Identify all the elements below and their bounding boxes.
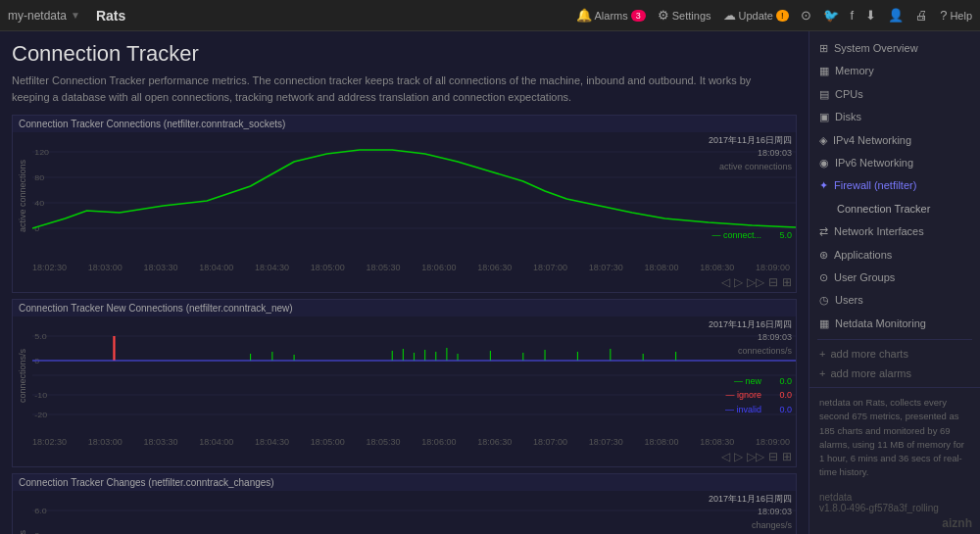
chart1-svg: 120 80 40 0 [32, 132, 796, 260]
chart3-canvas[interactable]: 6.0 2 0 -2 -4 [32, 491, 796, 534]
download-icon: ⬇ [865, 8, 876, 23]
sidebar-version: netdata v1.8.0-496-gf578a3f_rolling [809, 488, 980, 517]
cpu-icon: ▤ [819, 87, 829, 102]
chart1-zoom-in[interactable]: ⊞ [782, 275, 792, 289]
user-button[interactable]: 👤 [888, 8, 904, 23]
legend-invalid: — invalid 0.0 [725, 403, 792, 416]
sidebar-item-connection-tracker[interactable]: Connection Tracker [809, 198, 980, 220]
svg-text:6.0: 6.0 [34, 506, 47, 514]
chart1-prev-btn[interactable]: ◁ [721, 275, 730, 289]
sidebar-item-ipv4[interactable]: ◈ IPv4 Networking [809, 129, 980, 152]
sidebar-item-applications[interactable]: ⊛ Applications [809, 244, 980, 267]
print-button[interactable]: 🖨 [915, 8, 928, 23]
person-icon: 👤 [888, 8, 904, 23]
svg-text:-20: -20 [34, 410, 47, 418]
svg-text:5.0: 5.0 [34, 331, 47, 340]
twitter-icon: 🐦 [823, 8, 839, 23]
sidebar: ⊞ System Overview ▦ Memory ▤ CPUs ▣ Disk… [808, 31, 980, 534]
chart2-svg: 5.0 0 -10 -20 [32, 316, 796, 434]
sidebar-item-netdata-monitoring[interactable]: ▦ Netdata Monitoring [809, 313, 980, 335]
update-badge: ! [776, 10, 789, 22]
bell-icon: 🔔 [576, 8, 592, 23]
github-icon: ⊙ [801, 8, 811, 23]
apps-icon: ⊛ [819, 248, 828, 263]
settings-icon: ⚙ [658, 8, 669, 23]
chart2-area: connections/s 5.0 0 -10 -20 [13, 316, 796, 434]
alarms-button[interactable]: 🔔 Alarms 3 [576, 8, 646, 23]
print-icon: 🖨 [915, 8, 928, 23]
plus-icon-alarms: + [819, 367, 825, 379]
chart3-ylabel: changes/s [13, 491, 32, 534]
chart2-zoom-out[interactable]: ⊟ [768, 450, 778, 463]
sidebar-item-user-groups[interactable]: ⊙ User Groups [809, 267, 980, 289]
cloud-icon: ☁ [723, 8, 736, 23]
svg-text:2: 2 [34, 530, 39, 534]
svg-text:-10: -10 [34, 390, 47, 399]
settings-button[interactable]: ⚙ Settings [658, 8, 711, 23]
monitoring-icon: ▦ [819, 316, 829, 331]
firewall-icon: ✦ [819, 178, 828, 193]
sidebar-item-firewall[interactable]: ✦ Firewall (netfilter) [809, 174, 980, 197]
sidebar-item-memory[interactable]: ▦ Memory [809, 60, 980, 82]
main-layout: Connection Tracker Netfilter Connection … [0, 31, 980, 534]
twitter-button[interactable]: 🐦 [823, 8, 839, 23]
main-content: Connection Tracker Netfilter Connection … [0, 31, 808, 534]
sidebar-item-disks[interactable]: ▣ Disks [809, 106, 980, 128]
chart2-canvas[interactable]: 5.0 0 -10 -20 [32, 316, 796, 434]
chart2-play-btn[interactable]: ▷ [734, 450, 743, 463]
chart1-legend: — connect... 5.0 [711, 228, 792, 242]
sidebar-item-network[interactable]: ⇄ Network Interfaces [809, 220, 980, 243]
chart1-xaxis: 18:02:30 18:03:00 18:03:30 18:04:00 18:0… [13, 260, 796, 275]
chart3-area: changes/s 6.0 2 0 -2 -4 [13, 491, 796, 534]
nav-actions: 🔔 Alarms 3 ⚙ Settings ☁ Update ! ⊙ 🐦 f ⬇… [576, 8, 972, 23]
facebook-button[interactable]: f [851, 8, 855, 23]
chart1-canvas[interactable]: 120 80 40 0 2017年11月16日周四 18:09:03 activ… [32, 132, 796, 260]
sidebar-add-charts[interactable]: + add more charts [809, 344, 980, 364]
chart2-controls: ◁ ▷ ▷▷ ⊟ ⊞ [13, 450, 796, 466]
svg-text:0: 0 [34, 223, 39, 232]
chart2-header: Connection Tracker New Connections (netf… [13, 300, 796, 316]
chart2-info: 2017年11月16日周四 18:09:03 connections/s [709, 318, 792, 358]
sidebar-item-system-overview[interactable]: ⊞ System Overview [809, 37, 980, 60]
watermark: aiznh [942, 516, 972, 530]
users-icon: ◷ [819, 293, 829, 308]
chart1-zoom-out[interactable]: ⊟ [768, 275, 778, 289]
chart2-zoom-in[interactable]: ⊞ [782, 450, 792, 463]
legend-ignore: — ignore 0.0 [725, 388, 792, 402]
brand-dropdown[interactable]: my-netdata ▼ [8, 9, 80, 23]
sidebar-item-ipv6[interactable]: ◉ IPv6 Networking [809, 152, 980, 174]
memory-icon: ▦ [819, 64, 829, 78]
chart1-ylabel: active connections [13, 132, 32, 260]
chart3-svg: 6.0 2 0 -2 -4 [32, 491, 796, 534]
legend-item-connect: — connect... 5.0 [711, 228, 792, 242]
chart2-prev-btn[interactable]: ◁ [721, 450, 730, 463]
sidebar-item-cpus[interactable]: ▤ CPUs [809, 83, 980, 106]
sidebar-item-users[interactable]: ◷ Users [809, 289, 980, 312]
chart1-controls: ◁ ▷ ▷▷ ⊟ ⊞ [13, 275, 796, 292]
svg-text:120: 120 [34, 147, 49, 156]
ipv4-icon: ◈ [819, 133, 827, 148]
chart1-play-btn[interactable]: ▷ [734, 275, 743, 289]
svg-text:40: 40 [34, 198, 44, 207]
chart1-next-btn[interactable]: ▷▷ [747, 275, 764, 289]
network-icon: ⇄ [819, 224, 828, 239]
top-navigation: my-netdata ▼ Rats 🔔 Alarms 3 ⚙ Settings … [0, 0, 980, 31]
page-title: Connection Tracker [12, 41, 797, 67]
chart-connections: Connection Tracker Connections (netfilte… [12, 115, 797, 293]
chart1-area: active connections 120 80 40 0 [13, 132, 796, 260]
help-button[interactable]: ? Help [940, 8, 972, 23]
chart-changes: Connection Tracker Changes (netfilter.co… [12, 473, 797, 534]
groups-icon: ⊙ [819, 270, 828, 285]
chart3-header: Connection Tracker Changes (netfilter.co… [13, 474, 796, 491]
disk-icon: ▣ [819, 110, 829, 124]
chart3-info: 2017年11月16日周四 18:09:03 changes/s [709, 493, 792, 532]
ipv6-icon: ◉ [819, 156, 829, 170]
chart2-next-btn[interactable]: ▷▷ [747, 450, 764, 463]
chart1-info: 2017年11月16日周四 18:09:03 active connection… [709, 134, 792, 173]
download-button[interactable]: ⬇ [865, 8, 876, 23]
facebook-icon: f [851, 8, 855, 23]
sidebar-add-alarms[interactable]: + add more alarms [809, 364, 980, 383]
update-button[interactable]: ☁ Update ! [723, 8, 789, 23]
chart2-xaxis: 18:02:30 18:03:00 18:03:30 18:04:00 18:0… [13, 434, 796, 450]
github-button[interactable]: ⊙ [801, 8, 811, 23]
